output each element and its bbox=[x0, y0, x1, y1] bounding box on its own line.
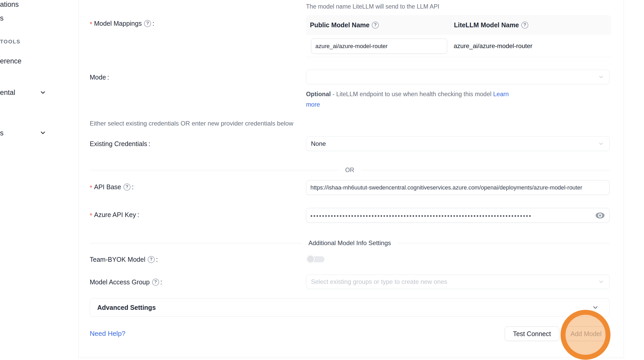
table-column-divider bbox=[451, 19, 451, 31]
api-base-input-wrap bbox=[306, 180, 610, 195]
advanced-settings-title: Advanced Settings bbox=[97, 304, 592, 311]
model-mappings-label: * Model Mappings ? : bbox=[90, 18, 154, 29]
sidebar-item-ations[interactable]: ations bbox=[0, 0, 19, 10]
need-help-link[interactable]: Need Help? bbox=[90, 328, 125, 339]
test-connect-button[interactable]: Test Connect bbox=[505, 326, 559, 341]
additional-info-divider: Additional Model Info Settings bbox=[90, 239, 610, 247]
help-icon[interactable]: ? bbox=[148, 256, 155, 263]
sidebar-item-label: s bbox=[0, 13, 4, 23]
sidebar-item-label: ations bbox=[0, 0, 19, 10]
help-icon[interactable]: ? bbox=[123, 184, 131, 191]
chevron-down-icon bbox=[598, 74, 604, 80]
or-divider: OR bbox=[90, 167, 610, 174]
chevron-down-icon bbox=[592, 304, 599, 311]
help-icon[interactable]: ? bbox=[372, 22, 379, 29]
sidebar-item-ental[interactable]: ental bbox=[0, 87, 15, 98]
chevron-down-icon[interactable] bbox=[40, 129, 46, 136]
api-base-input[interactable] bbox=[310, 184, 605, 191]
required-asterisk: * bbox=[90, 212, 92, 219]
required-asterisk: * bbox=[90, 184, 92, 192]
or-text: OR bbox=[339, 167, 361, 174]
advanced-settings-panel[interactable]: Advanced Settings bbox=[90, 298, 610, 317]
additional-info-divider-text: Additional Model Info Settings bbox=[302, 239, 398, 247]
column-litellm-model-name: LiteLLM Model Name ? bbox=[450, 21, 528, 29]
help-icon[interactable]: ? bbox=[144, 20, 151, 27]
chevron-down-icon[interactable] bbox=[40, 89, 46, 96]
model-access-group-select[interactable]: Select existing groups or type to create… bbox=[306, 274, 610, 289]
table-row-border bbox=[306, 57, 611, 57]
chevron-down-icon bbox=[598, 279, 604, 285]
model-name-hint: The model name LiteLLM will send to the … bbox=[306, 3, 439, 10]
mode-hint: Optional - LiteLLM endpoint to use when … bbox=[306, 89, 517, 110]
azure-api-key-input[interactable]: ••••••••••••••••••••••••••••••••••••••••… bbox=[306, 208, 610, 223]
sidebar-item-label: erence bbox=[0, 56, 22, 66]
model-access-group-label: Model Access Group ? : bbox=[90, 276, 162, 288]
masked-password-value: ••••••••••••••••••••••••••••••••••••••••… bbox=[310, 213, 550, 219]
credentials-note: Either select existing credentials OR en… bbox=[90, 119, 293, 128]
mode-label: Mode : bbox=[90, 71, 109, 83]
column-public-model-name: Public Model Name ? bbox=[310, 21, 450, 29]
chevron-down-icon bbox=[598, 141, 604, 147]
api-base-label: * API Base ? : bbox=[90, 181, 134, 193]
select-placeholder: Select existing groups or type to create… bbox=[311, 278, 447, 285]
existing-credentials-label: Existing Credentials : bbox=[90, 138, 150, 149]
azure-api-key-label: * Azure API Key : bbox=[90, 209, 139, 220]
add-model-form-page: ations s TOOLS erence ental s The model … bbox=[0, 0, 644, 360]
help-icon[interactable]: ? bbox=[152, 279, 159, 286]
existing-credentials-select[interactable]: None bbox=[306, 136, 610, 151]
sidebar-item-label: ental bbox=[0, 87, 15, 98]
mode-select[interactable] bbox=[306, 70, 610, 84]
sidebar-section-tools: TOOLS bbox=[0, 38, 21, 45]
public-model-name-input[interactable]: azure_ai/azure-model-router bbox=[311, 38, 447, 54]
eye-icon[interactable] bbox=[595, 212, 605, 219]
model-mappings-table-header: Public Model Name ? LiteLLM Model Name ? bbox=[306, 15, 611, 35]
team-byok-toggle[interactable] bbox=[306, 255, 324, 264]
sidebar-item-s2[interactable]: s bbox=[0, 128, 4, 138]
help-icon[interactable]: ? bbox=[521, 22, 528, 29]
sidebar-item-erence[interactable]: erence bbox=[0, 56, 22, 66]
required-asterisk: * bbox=[90, 21, 92, 28]
toggle-handle bbox=[306, 255, 315, 263]
team-byok-label: Team-BYOK Model ? : bbox=[90, 254, 158, 265]
litellm-model-name-value: azure_ai/azure-model-router bbox=[454, 40, 532, 52]
sidebar-item-label: s bbox=[0, 128, 4, 138]
add-model-button[interactable]: Add Model bbox=[563, 326, 609, 341]
sidebar-item-s1[interactable]: s bbox=[0, 13, 4, 23]
